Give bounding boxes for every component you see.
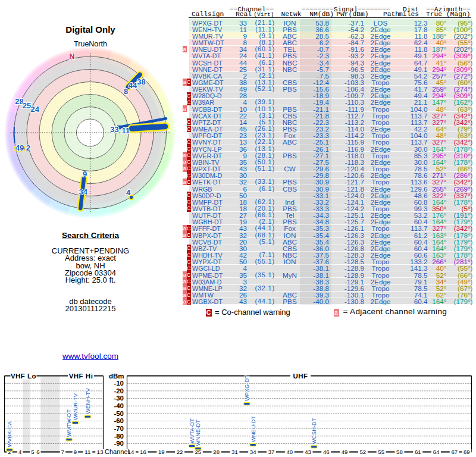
svg-text:WNNE-DT: WNNE-DT bbox=[195, 420, 201, 446]
svg-text:67: 67 bbox=[451, 449, 458, 455]
svg-text:24: 24 bbox=[30, 105, 39, 114]
svg-text:64: 64 bbox=[433, 449, 440, 455]
svg-text:4: 4 bbox=[18, 449, 22, 455]
svg-text:WVBK-CA: WVBK-CA bbox=[7, 421, 12, 447]
svg-text:-70: -70 bbox=[114, 425, 124, 432]
svg-text:WNEU-DT: WNEU-DT bbox=[250, 416, 256, 442]
svg-text:-10: -10 bbox=[114, 380, 124, 387]
svg-text:-50: -50 bbox=[114, 410, 124, 417]
svg-text:9: 9 bbox=[74, 449, 77, 455]
svg-text:31: 31 bbox=[231, 449, 238, 455]
svg-text:69: 69 bbox=[464, 449, 470, 455]
svg-text:5: 5 bbox=[31, 449, 34, 455]
svg-text:25: 25 bbox=[23, 101, 31, 110]
svg-text:VHF Lo: VHF Lo bbox=[11, 373, 36, 380]
svg-text:11: 11 bbox=[84, 449, 90, 455]
svg-text:N: N bbox=[69, 52, 74, 61]
svg-text:49: 49 bbox=[15, 143, 24, 152]
svg-text:WMUR-TV: WMUR-TV bbox=[73, 393, 79, 420]
svg-text:13: 13 bbox=[97, 449, 104, 455]
svg-text:28: 28 bbox=[213, 449, 220, 455]
svg-text:UHF: UHF bbox=[293, 373, 308, 380]
svg-text:WCSH-DT: WCSH-DT bbox=[311, 418, 317, 444]
svg-text:-40: -40 bbox=[114, 402, 124, 409]
svg-text:46: 46 bbox=[323, 449, 330, 455]
svg-text:WENH-TV: WENH-TV bbox=[85, 388, 91, 414]
svg-text:40: 40 bbox=[286, 449, 293, 455]
svg-text:38: 38 bbox=[137, 77, 145, 86]
svg-text:52: 52 bbox=[360, 449, 367, 455]
svg-text:6: 6 bbox=[36, 449, 39, 455]
svg-text:22: 22 bbox=[177, 449, 183, 455]
svg-text:4: 4 bbox=[126, 188, 131, 197]
svg-text:33: 33 bbox=[110, 125, 118, 134]
svg-text:8: 8 bbox=[124, 87, 128, 96]
svg-text:2: 2 bbox=[26, 143, 30, 152]
svg-text:WVTA-DT: WVTA-DT bbox=[189, 418, 195, 443]
svg-text:-80: -80 bbox=[114, 433, 124, 440]
svg-text:19: 19 bbox=[158, 449, 165, 455]
svg-text:-90: -90 bbox=[114, 440, 124, 447]
svg-text:11: 11 bbox=[122, 126, 130, 135]
svg-text:9: 9 bbox=[83, 170, 87, 179]
svg-text:49: 49 bbox=[342, 449, 348, 455]
svg-text:-60: -60 bbox=[114, 417, 124, 424]
svg-text:-20: -20 bbox=[114, 387, 124, 395]
svg-text:37: 37 bbox=[268, 449, 275, 455]
svg-text:Channel: Channel bbox=[105, 448, 129, 455]
svg-text:34: 34 bbox=[79, 187, 87, 196]
svg-text:dBm: dBm bbox=[109, 373, 124, 380]
svg-text:61: 61 bbox=[415, 449, 421, 455]
svg-text:VHF Hi: VHF Hi bbox=[69, 373, 93, 380]
svg-text:43: 43 bbox=[305, 449, 311, 455]
svg-text:7: 7 bbox=[61, 449, 64, 455]
svg-text:44: 44 bbox=[129, 81, 137, 90]
svg-text:34: 34 bbox=[250, 449, 256, 455]
svg-text:55: 55 bbox=[378, 449, 384, 455]
svg-text:WMTW-DT: WMTW-DT bbox=[66, 409, 72, 437]
svg-text:16: 16 bbox=[140, 449, 146, 455]
svg-text:-30: -30 bbox=[114, 395, 124, 402]
svg-text:58: 58 bbox=[396, 449, 403, 455]
svg-text:WPXG-DT: WPXG-DT bbox=[244, 375, 250, 401]
